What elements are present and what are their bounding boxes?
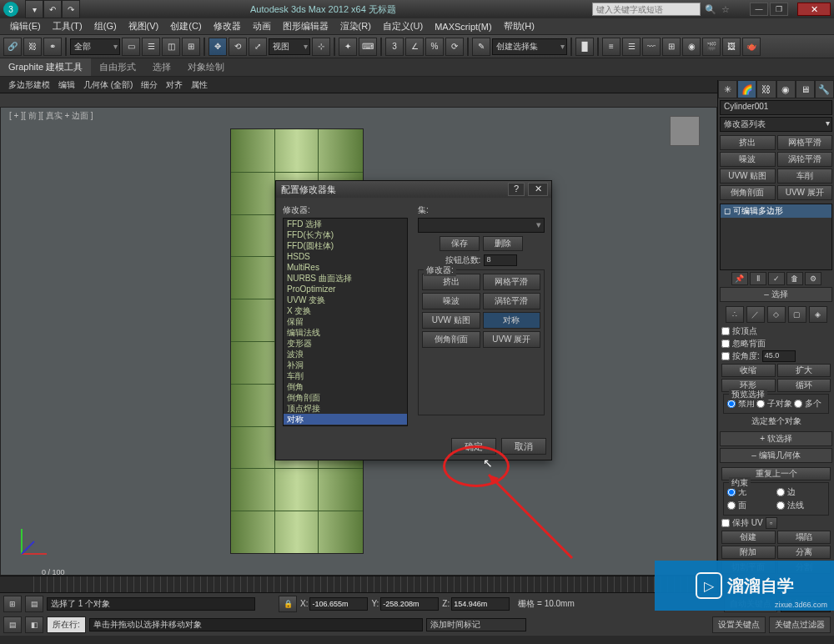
rotate-icon[interactable]: ⟲ xyxy=(229,38,247,56)
ribbon-tab-objectpaint[interactable]: 对象绘制 xyxy=(179,58,233,76)
subobj-poly-icon[interactable]: ▢ xyxy=(788,306,806,323)
menu-help[interactable]: 帮助(H) xyxy=(499,18,540,34)
snap-icon[interactable]: 3 xyxy=(385,38,404,56)
cmd-tab-modify-icon[interactable]: 🌈 xyxy=(737,80,756,98)
set-key-button[interactable]: 设置关键点 xyxy=(712,616,766,633)
list-item[interactable]: 保留 xyxy=(284,316,407,327)
dialog-help-icon[interactable]: ? xyxy=(508,183,525,196)
menu-rendering[interactable]: 渲染(R) xyxy=(335,18,376,34)
btn-collapse[interactable]: 塌陷 xyxy=(777,531,831,544)
manip-icon[interactable]: ✦ xyxy=(339,38,357,56)
list-item[interactable]: 倒角剖面 xyxy=(284,392,407,403)
btn-noise[interactable]: 噪波 xyxy=(720,152,776,167)
ribbon-tab-selection[interactable]: 选择 xyxy=(144,58,179,76)
stack-show-icon[interactable]: Ⅱ xyxy=(750,272,766,285)
tb-redo-icon[interactable]: ↷ xyxy=(62,0,80,18)
grid-button[interactable]: 对称 xyxy=(483,312,541,329)
scale-icon[interactable]: ⤢ xyxy=(249,38,267,56)
btn-create[interactable]: 创建 xyxy=(721,531,776,544)
cmd-tab-motion-icon[interactable]: ◉ xyxy=(776,80,796,98)
list-item[interactable]: X 变换 xyxy=(284,305,407,316)
list-item[interactable]: 对称 xyxy=(284,414,407,425)
btn-delete-set[interactable]: 删除 xyxy=(483,236,523,251)
cmd-tab-display-icon[interactable]: 🖥 xyxy=(796,80,815,98)
key-filter-button[interactable]: 关键点过滤器 xyxy=(769,616,831,633)
btn-uvwunwrap[interactable]: UVW 展开 xyxy=(777,185,833,200)
stack-item-editpoly[interactable]: ◻ 可编辑多边形 xyxy=(721,204,831,218)
ribbon-tab-freeform[interactable]: 自由形式 xyxy=(91,58,144,76)
cmd-tab-hierarchy-icon[interactable]: ⛓ xyxy=(756,80,776,98)
grid-button[interactable]: 涡轮平滑 xyxy=(483,293,541,309)
btn-shrink[interactable]: 收缩 xyxy=(721,364,776,377)
radio-c-normal[interactable]: 法线 xyxy=(776,500,826,511)
refcoord-drop[interactable]: 视图 xyxy=(269,38,310,55)
isolate-icon[interactable]: ◧ xyxy=(25,616,43,633)
pivot-icon[interactable]: ⊹ xyxy=(312,38,330,56)
btn-meshsmooth[interactable]: 网格平滑 xyxy=(777,135,833,150)
sub-props[interactable]: 属性 xyxy=(188,78,211,92)
list-item[interactable]: MultiRes xyxy=(284,262,407,273)
list-item[interactable]: 顶点焊接 xyxy=(284,403,407,414)
list-item[interactable]: 编辑法线 xyxy=(284,327,407,338)
btn-detach[interactable]: 分离 xyxy=(777,546,831,559)
btn-save-set[interactable]: 保存 xyxy=(440,236,480,251)
sub-align[interactable]: 对齐 xyxy=(163,78,186,92)
time-tag-icon[interactable]: ▤ xyxy=(25,596,43,612)
subobj-vertex-icon[interactable]: ∴ xyxy=(726,306,744,323)
layers-icon[interactable]: ☰ xyxy=(622,38,641,56)
subobj-border-icon[interactable]: ◇ xyxy=(767,306,786,323)
mirror-icon[interactable]: ▐▌ xyxy=(575,38,594,56)
list-item[interactable]: FFD(长方体) xyxy=(284,229,407,240)
grid-button[interactable]: UVW 贴图 xyxy=(422,312,480,329)
render-setup-icon[interactable]: 🎬 xyxy=(702,38,721,56)
btn-turbosmooth[interactable]: 涡轮平滑 xyxy=(777,152,833,167)
render-icon[interactable]: 🫖 xyxy=(742,38,761,56)
tb-open-icon[interactable]: ▾ xyxy=(25,0,43,18)
radio-c-face[interactable]: 面 xyxy=(727,500,776,511)
coord-x-input[interactable] xyxy=(309,597,368,611)
list-item[interactable]: 车削 xyxy=(284,370,407,381)
editnamed-icon[interactable]: ✎ xyxy=(472,38,490,56)
stack-unique-icon[interactable]: ✓ xyxy=(768,272,785,285)
list-item[interactable]: 变形器 xyxy=(284,338,407,349)
chk-preserve-uv[interactable]: 保持 UV ▫ xyxy=(721,517,831,529)
curve-editor-icon[interactable]: 〰 xyxy=(642,38,661,56)
list-item[interactable]: FFD(圆柱体) xyxy=(284,240,407,251)
window-crossing-icon[interactable]: ⊞ xyxy=(182,38,200,56)
set-combo[interactable] xyxy=(418,218,545,233)
tb-undo-icon[interactable]: ↶ xyxy=(43,0,62,18)
list-item[interactable]: UVW 变换 xyxy=(284,294,407,305)
grid-button[interactable]: UVW 展开 xyxy=(483,331,541,348)
object-name-field[interactable]: Cylinder001 xyxy=(720,100,832,115)
button-count-spinner[interactable]: 8 xyxy=(484,254,517,266)
time-config-icon[interactable]: ⊞ xyxy=(3,596,22,612)
sub-subdiv[interactable]: 细分 xyxy=(138,78,161,92)
schematic-icon[interactable]: ⊞ xyxy=(662,38,681,56)
modifier-list-drop[interactable]: 修改器列表 xyxy=(720,117,832,132)
minimize-icon[interactable]: — xyxy=(750,3,768,16)
list-item[interactable]: NURBS 曲面选择 xyxy=(284,273,407,284)
named-sel-drop[interactable]: 创建选择集 xyxy=(492,38,567,55)
btn-loop[interactable]: 循环 xyxy=(777,379,831,392)
radio-c-edge[interactable]: 边 xyxy=(776,486,826,498)
comm-icon[interactable]: ☆ xyxy=(721,4,730,15)
cmd-tab-utilities-icon[interactable]: 🔧 xyxy=(815,80,834,98)
menu-maxscript[interactable]: MAXScript(M) xyxy=(430,20,496,33)
grid-button[interactable]: 挤出 xyxy=(422,274,480,290)
btn-bevelprofile[interactable]: 倒角剖面 xyxy=(720,185,776,200)
grid-button[interactable]: 网格平滑 xyxy=(483,274,541,290)
coord-y-input[interactable] xyxy=(380,597,439,611)
menu-animation[interactable]: 动画 xyxy=(248,18,276,34)
search-icon[interactable]: 🔍 xyxy=(705,4,716,15)
cmd-tab-create-icon[interactable]: ✳ xyxy=(718,80,737,98)
chk-byvertex[interactable]: 按顶点 xyxy=(721,325,831,337)
time-tag-field[interactable]: 添加时间标记 xyxy=(426,618,526,631)
stack-remove-icon[interactable]: 🗑 xyxy=(786,272,803,285)
subobj-edge-icon[interactable]: ／ xyxy=(746,306,765,323)
list-item[interactable]: 倒角 xyxy=(284,381,407,392)
select-region-icon[interactable]: ◫ xyxy=(162,38,180,56)
list-item[interactable]: 波浪 xyxy=(284,349,407,360)
modifiers-listbox[interactable]: FFD 选择FFD(长方体)FFD(圆柱体)HSDSMultiResNURBS … xyxy=(283,218,408,426)
rollout-softsel-head[interactable]: + 软选择 xyxy=(720,431,832,446)
sub-edit[interactable]: 编辑 xyxy=(55,78,78,92)
